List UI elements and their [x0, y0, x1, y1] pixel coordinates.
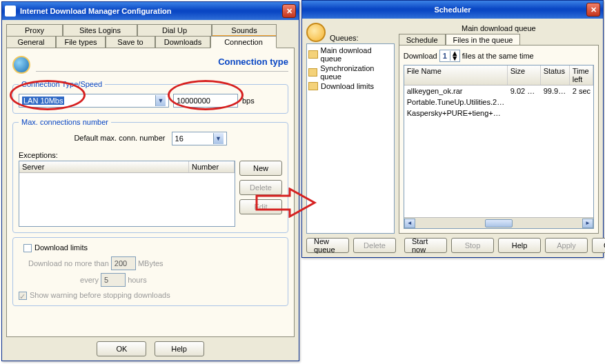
scroll-thumb[interactable]: [485, 219, 513, 228]
apply-button: Apply: [545, 238, 588, 253]
start-now-button[interactable]: Start now: [404, 238, 447, 253]
files-panel: Download 1 ▲▼ files at the same time Fil…: [399, 45, 599, 234]
default-max-combo[interactable]: 16 ▼: [172, 132, 227, 145]
config-title: Internet Download Manager Configuration: [20, 7, 282, 15]
tab-downloads[interactable]: Downloads: [155, 36, 210, 48]
dl-no-more-label: Download no more than: [28, 259, 109, 267]
queue-name-label: Main download queue: [399, 23, 599, 34]
horizontal-scrollbar[interactable]: ◄ ►: [404, 217, 593, 228]
close-icon[interactable]: ✕: [586, 3, 600, 17]
config-body: Proxy Sites Logins Dial Up Sounds Genera…: [2, 20, 299, 361]
folder-icon: [308, 68, 317, 77]
stop-button: Stop: [451, 238, 494, 253]
annotation-arrow: [255, 188, 317, 218]
tab-schedule[interactable]: Schedule: [399, 34, 446, 46]
mbytes-unit: MBytes: [138, 259, 163, 267]
table-row[interactable]: Portable.TuneUp.Utilities.2009.v8.0.33..…: [404, 97, 593, 108]
col-number[interactable]: Number: [189, 161, 235, 172]
chevron-down-icon[interactable]: ▼: [213, 133, 224, 144]
chevron-down-icon[interactable]: ▼: [155, 95, 166, 106]
hours-input: [101, 273, 126, 287]
dl-limits-label: Download limits: [34, 243, 88, 252]
sched-help-button[interactable]: Help: [498, 238, 541, 253]
col-server[interactable]: Server: [19, 161, 189, 172]
queue-tree[interactable]: Main download queue Synchronization queu…: [306, 43, 395, 234]
scheduler-body: Queues: Main download queue Synchronizat…: [302, 19, 603, 257]
table-row[interactable]: Kaspersky+PURE+tieng+Viet+2.rar: [404, 108, 593, 119]
mbytes-input: [111, 256, 136, 270]
folder-icon: [308, 82, 318, 90]
scheduler-titlebar: Scheduler ✕: [302, 1, 603, 19]
annotation-circle: [10, 80, 86, 110]
config-window: Internet Download Manager Configuration …: [1, 1, 299, 361]
queues-pane: Queues: Main download queue Synchronizat…: [306, 23, 395, 234]
warning-label: Show warning before stopping downloads: [30, 291, 170, 299]
tab-sites-logins[interactable]: Sites Logins: [63, 24, 137, 36]
scroll-left-icon[interactable]: ◄: [404, 219, 415, 228]
scheduler-title: Scheduler: [434, 6, 470, 14]
delete-queue-button: Delete: [353, 238, 396, 253]
concurrent-spinner[interactable]: 1 ▲▼: [439, 50, 460, 62]
speed-unit: bps: [242, 97, 255, 105]
section-title: Connection type: [36, 54, 288, 70]
exceptions-label: Exceptions:: [19, 151, 282, 159]
max-conn-legend: Max. connections number: [19, 118, 111, 126]
tab-proxy[interactable]: Proxy: [6, 24, 63, 36]
scheduler-window: Scheduler ✕ Queues: Main download queue …: [301, 0, 604, 258]
clock-icon: [306, 23, 326, 42]
dl-pre-label: Download: [404, 52, 437, 60]
scroll-right-icon[interactable]: ►: [582, 219, 593, 228]
spin-down-icon[interactable]: ▼: [450, 56, 459, 61]
ok-button[interactable]: OK: [97, 341, 146, 356]
col-timeleft[interactable]: Time left: [570, 65, 593, 85]
warning-checkbox: ✓: [19, 292, 27, 300]
col-status[interactable]: Status: [541, 65, 570, 85]
tree-main-queue[interactable]: Main download queue: [308, 46, 393, 63]
folder-icon: [308, 50, 318, 59]
app-icon: [5, 6, 16, 17]
table-row[interactable]: allkeygen_ok.rar9.02 MB99.91%2 sec: [404, 85, 593, 97]
tab-dial-up[interactable]: Dial Up: [137, 24, 212, 36]
tab-file-types[interactable]: File types: [56, 36, 106, 48]
globe-icon: [12, 56, 30, 74]
default-max-label: Default max. conn. number: [74, 134, 165, 142]
config-titlebar: Internet Download Manager Configuration …: [2, 2, 299, 20]
tab-connection[interactable]: Connection: [210, 36, 277, 48]
help-button[interactable]: Help: [155, 341, 204, 356]
dl-limits-group: Download limits Download no more than MB…: [12, 237, 288, 306]
col-size[interactable]: Size: [508, 65, 541, 85]
dl-limits-checkbox[interactable]: [23, 244, 32, 252]
queues-label: Queues:: [330, 34, 359, 42]
every-label: every: [28, 276, 99, 284]
files-list[interactable]: File Name Size Status Time left allkeyge…: [404, 65, 594, 229]
tab-files-in-queue[interactable]: Files in the queue: [446, 34, 521, 46]
annotation-circle: [168, 80, 244, 110]
new-button[interactable]: New: [239, 161, 282, 176]
tab-general[interactable]: General: [6, 36, 56, 48]
exceptions-list[interactable]: Server Number: [19, 161, 235, 227]
col-filename[interactable]: File Name: [404, 65, 508, 85]
tree-dl-limits[interactable]: Download limits: [308, 81, 393, 91]
default-max-value: 16: [175, 134, 184, 143]
new-queue-button[interactable]: New queue: [306, 238, 349, 253]
close-icon[interactable]: ✕: [282, 4, 296, 18]
queue-detail-pane: Main download queue Schedule Files in th…: [399, 23, 599, 234]
close-button[interactable]: Close: [592, 238, 605, 253]
hours-unit: hours: [128, 276, 147, 284]
config-tabs: Proxy Sites Logins Dial Up Sounds Genera…: [6, 24, 295, 48]
dl-post-label: files at the same time: [462, 52, 534, 60]
tab-save-to[interactable]: Save to: [106, 36, 155, 48]
max-conn-group: Max. connections number Default max. con…: [12, 118, 288, 233]
tab-sounds[interactable]: Sounds: [212, 24, 277, 36]
tree-sync-queue[interactable]: Synchronization queue: [308, 63, 393, 81]
